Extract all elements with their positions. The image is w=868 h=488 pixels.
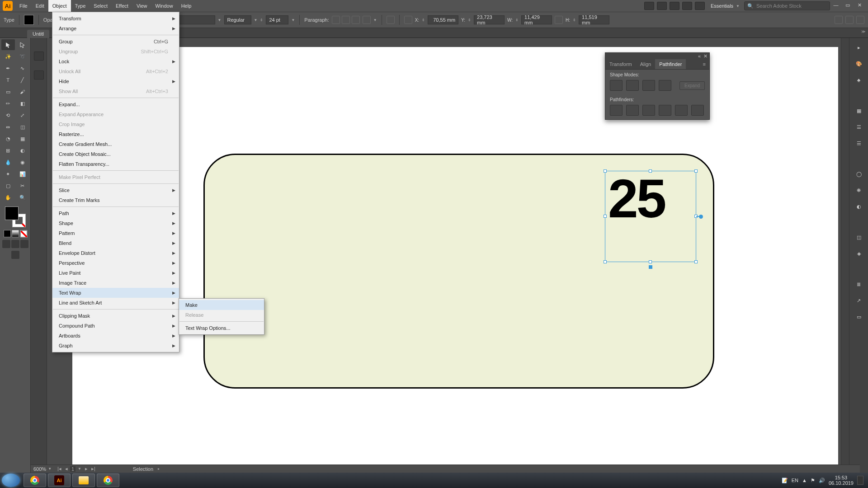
tab-align[interactable]: Align [636,59,655,69]
zoom-control[interactable]: 600% ▼ [33,466,52,472]
window-close[interactable]: ✕ [854,2,864,9]
nav-last-icon[interactable]: ▸| [90,466,97,472]
workspace-icon-4[interactable] [682,2,692,10]
x-field[interactable]: 70,55 mm [428,15,458,24]
vertical-scrollbar[interactable] [841,38,849,473]
tray-flag-icon[interactable]: ⚑ [811,478,815,483]
align-left-icon[interactable] [332,16,340,24]
draw-behind[interactable] [11,240,19,248]
menu-item-group[interactable]: GroupCtrl+G [52,37,179,47]
search-stock[interactable]: 🔍 Search Adobe Stock [744,1,830,10]
menu-item-blend[interactable]: Blend▶ [52,238,179,248]
pathfinder-panel[interactable]: « ✕ Transform Align Pathfinder ≡ Shape M… [605,52,710,120]
color-icon[interactable]: 🎨 [854,59,864,69]
color-gradient[interactable] [12,230,19,237]
direct-selection-tool[interactable] [16,39,29,50]
tab-overflow-icon[interactable]: ≫ [861,29,865,34]
menu-item-graph[interactable]: Graph▶ [52,341,179,351]
color-solid[interactable] [4,230,11,237]
panel-menu-icon[interactable]: ≡ [699,59,709,69]
x-stepper[interactable]: ⇕ [422,18,425,22]
exclude-button[interactable] [659,80,671,91]
y-stepper[interactable]: ⇕ [468,18,471,22]
workspace-icon-1[interactable] [644,2,654,10]
rectangle-tool[interactable]: ▭ [1,86,15,97]
submenu-item-text-wrap-options[interactable]: Text Wrap Options... [179,323,264,333]
text-out-port[interactable] [699,215,703,219]
nav-prev-icon[interactable]: ◂ [64,466,69,472]
text-bottom-port[interactable] [649,265,652,269]
font-family-chevron[interactable]: ▼ [218,18,222,22]
window-restore[interactable]: ▭ [843,2,853,9]
width-tool[interactable]: ⇔ [1,122,15,132]
color-none[interactable] [20,230,27,237]
workspace-switcher[interactable]: Essentials ▼ [706,3,744,9]
draw-inside[interactable] [20,240,28,248]
menu-object[interactable]: Object [48,0,71,12]
menu-item-shape[interactable]: Shape▶ [52,218,179,228]
menu-item-text-wrap[interactable]: Text Wrap▶ [52,288,179,298]
menu-item-artboards[interactable]: Artboards▶ [52,331,179,341]
outline-button[interactable] [675,105,688,116]
menu-item-clipping-mask[interactable]: Clipping Mask▶ [52,311,179,321]
align-center-icon[interactable] [342,16,350,24]
layers-icon[interactable]: ≣ [854,279,864,289]
font-size-chevron[interactable]: ▼ [291,18,295,22]
panel-close-icon[interactable]: ✕ [703,53,708,59]
menu-type[interactable]: Type [71,0,90,12]
expand-button[interactable]: Expand [679,81,705,90]
panel-collapse-icon[interactable]: « [698,53,701,59]
mesh-tool[interactable]: ⊞ [1,145,15,156]
menu-item-compound-path[interactable]: Compound Path▶ [52,321,179,331]
start-button[interactable] [2,474,20,487]
trim-button[interactable] [626,105,639,116]
symbol-sprayer-tool[interactable]: ✦ [1,169,15,179]
shape-builder-tool[interactable]: ◔ [1,133,15,144]
menu-help[interactable]: Help [177,0,196,12]
fill-swatch-tool[interactable] [5,206,19,220]
taskbar-illustrator[interactable]: Ai [48,474,71,487]
line-tool[interactable]: ╱ [16,75,29,85]
strip-icon-2[interactable] [34,70,44,80]
tab-transform[interactable]: Transform [605,59,636,69]
menu-item-path[interactable]: Path▶ [52,208,179,218]
taskbar-chrome-2[interactable] [97,474,119,487]
free-transform-tool[interactable]: ◫ [16,122,29,132]
font-style-chevron[interactable]: ▼ [254,18,258,22]
graphic-styles-icon[interactable]: ◈ [854,249,864,258]
pref-icon-3[interactable] [856,16,864,24]
minus-back-button[interactable] [691,105,704,116]
selection-tool[interactable] [1,39,15,50]
workspace-icon-5[interactable] [695,2,705,10]
blend-tool[interactable]: ◉ [16,157,29,168]
perspective-tool[interactable]: ▦ [16,133,29,144]
unite-button[interactable] [610,80,623,91]
pref-icon-1[interactable] [835,16,843,24]
slice-tool[interactable]: ✂ [16,180,29,191]
menu-item-expand[interactable]: Expand... [52,99,179,109]
intersect-button[interactable] [642,80,655,91]
menu-item-flatten-transparency[interactable]: Flatten Transparency... [52,159,179,169]
gradient-icon[interactable]: ❋ [854,185,864,195]
document-tab[interactable]: Untitl [27,30,49,38]
taskbar-clock[interactable]: 15:53 06.10.2019 [829,475,854,486]
window-minimize[interactable]: — [831,2,841,9]
menu-item-hide[interactable]: Hide▶ [52,76,179,86]
menu-select[interactable]: Select [90,0,112,12]
brushes-icon[interactable]: ☰ [854,122,864,132]
menu-item-create-trim-marks[interactable]: Create Trim Marks [52,195,179,205]
menu-item-image-trace[interactable]: Image Trace▶ [52,278,179,288]
tray-volume-icon[interactable]: 🔊 [819,478,825,483]
align-right-icon[interactable] [352,16,360,24]
menu-item-pattern[interactable]: Pattern▶ [52,228,179,238]
zoom-chevron[interactable]: ▼ [48,467,52,471]
divide-button[interactable] [610,105,623,116]
fill-stroke-control[interactable] [5,206,26,227]
transparency-icon[interactable]: ◐ [854,202,864,211]
menu-item-create-gradient-mesh[interactable]: Create Gradient Mesh... [52,139,179,149]
h-field[interactable]: 11,519 mm [579,15,609,24]
handle-top-left[interactable] [604,169,607,173]
properties-icon[interactable]: ▸ [854,42,864,52]
artboard-number[interactable]: 1 [70,466,75,472]
nav-chevron[interactable]: ▼ [76,467,83,471]
